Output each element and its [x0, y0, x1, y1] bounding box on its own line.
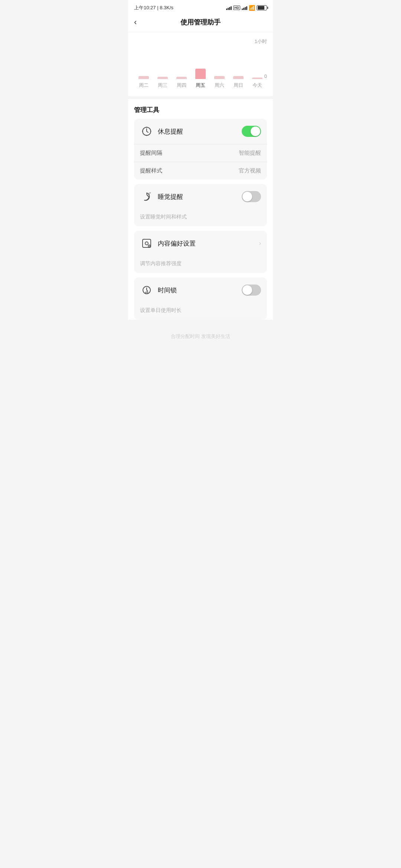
back-button[interactable]: ‹	[134, 18, 137, 26]
chart-bar-thursday	[172, 77, 191, 79]
time-lock-row: 时间锁	[134, 277, 267, 303]
signal-icon	[226, 6, 232, 10]
page-title: 使用管理助手	[180, 18, 221, 27]
chart-days: 周二 周三 周四 周五 周六 周日 今天	[134, 82, 267, 89]
svg-point-3	[146, 127, 147, 128]
battery-level: 53	[258, 6, 261, 10]
chart-bar-sunday	[229, 76, 248, 79]
interval-label: 提醒间隔	[140, 149, 162, 157]
svg-line-17	[147, 290, 148, 291]
content-preference-icon	[140, 237, 153, 250]
sleep-reminder-label: 睡觉提醒	[158, 193, 237, 201]
chevron-right-icon: ›	[259, 240, 261, 247]
hd-label: HD	[233, 6, 240, 10]
footer: 合理分配时间 发现美好生活	[128, 324, 273, 352]
management-section: 管理工具 休息提醒 提醒间隔 智能提醒	[128, 99, 273, 320]
rest-reminder-card: 休息提醒 提醒间隔 智能提醒 提醒样式 官方视频	[134, 119, 267, 180]
sleep-reminder-icon	[140, 190, 153, 203]
style-label: 提醒样式	[140, 167, 162, 174]
svg-point-7	[149, 194, 150, 194]
battery-icon: 53	[257, 5, 267, 10]
status-bar: 上午10:27 | 8.3K/s HD 📶 53	[128, 0, 273, 14]
style-row[interactable]: 提醒样式 官方视频	[134, 162, 267, 180]
time-lock-toggle[interactable]	[242, 285, 261, 296]
rest-reminder-toggle[interactable]	[242, 126, 261, 137]
sleep-reminder-desc: 设置睡觉时间和样式	[134, 209, 267, 226]
section-title: 管理工具	[134, 99, 267, 119]
chart-day-wednesday: 周三	[153, 82, 172, 89]
chart-day-friday: 周五	[191, 82, 210, 89]
nav-bar: ‹ 使用管理助手	[128, 14, 273, 32]
chart-day-tuesday: 周二	[134, 82, 153, 89]
svg-point-4	[146, 135, 147, 136]
chart-area: 0	[134, 49, 267, 79]
svg-line-2	[147, 131, 148, 132]
sleep-reminder-row: 睡觉提醒	[134, 184, 267, 209]
status-icons: HD 📶 53	[226, 5, 267, 11]
svg-point-8	[150, 193, 151, 193]
rest-reminder-icon	[140, 125, 153, 138]
time-lock-icon	[140, 283, 153, 297]
chart-hour-label: 1小时	[134, 38, 267, 45]
chart-zero-label: 0	[264, 73, 267, 79]
svg-point-9	[149, 193, 150, 193]
sleep-reminder-card: 睡觉提醒 设置睡觉时间和样式	[134, 184, 267, 226]
interval-value: 智能提醒	[239, 149, 261, 157]
sleep-reminder-toggle[interactable]	[242, 191, 261, 202]
content-preference-label: 内容偏好设置	[158, 239, 255, 248]
svg-point-6	[150, 131, 151, 132]
time-lock-label: 时间锁	[158, 286, 237, 295]
content-preference-card[interactable]: 内容偏好设置 › 调节内容推荐强度	[134, 231, 267, 273]
chart-bar-friday	[191, 69, 210, 79]
wifi-icon: 📶	[249, 5, 255, 11]
signal-icon-2	[242, 6, 247, 10]
rest-reminder-label: 休息提醒	[158, 127, 237, 136]
chart-day-sunday: 周日	[229, 82, 248, 89]
status-time-network: 上午10:27 | 8.3K/s	[134, 4, 173, 11]
time-lock-card: 时间锁 设置单日使用时长	[134, 277, 267, 320]
status-time: 上午10:27	[134, 5, 156, 10]
status-network: 8.3K/s	[160, 5, 173, 10]
rest-reminder-row: 休息提醒	[134, 119, 267, 144]
svg-point-11	[145, 242, 148, 245]
chart-day-today: 今天	[248, 82, 267, 89]
chart-bar-tuesday	[134, 76, 153, 79]
svg-point-5	[142, 131, 143, 132]
style-value: 官方视频	[239, 167, 261, 174]
content-preference-desc: 调节内容推荐强度	[134, 256, 267, 273]
chart-bars	[134, 49, 267, 79]
content-preference-row[interactable]: 内容偏好设置 ›	[134, 231, 267, 256]
chart-bar-wednesday	[153, 77, 172, 79]
divider-1	[128, 96, 273, 99]
interval-row[interactable]: 提醒间隔 智能提醒	[134, 144, 267, 162]
time-lock-desc: 设置单日使用时长	[134, 303, 267, 320]
chart-bar-saturday	[210, 76, 229, 79]
chart-day-saturday: 周六	[210, 82, 229, 89]
usage-chart-section: 1小时 0 周二	[128, 32, 273, 96]
chart-day-thursday: 周四	[172, 82, 191, 89]
